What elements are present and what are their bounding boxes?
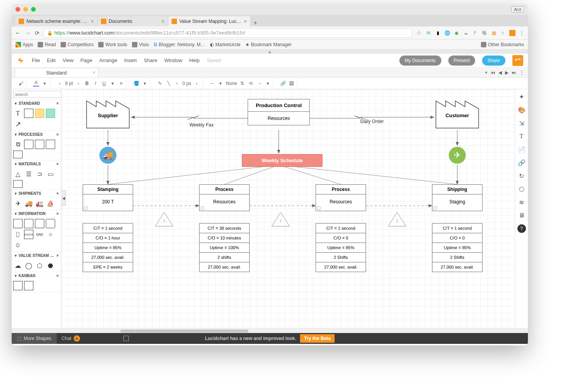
group-header[interactable]: ▼ MATERIALS× xyxy=(12,160,61,168)
process-shipping[interactable]: Shipping Staging xyxy=(432,184,482,211)
more-shapes-button[interactable]: ⬚ More Shapes xyxy=(12,333,57,344)
kaizen-shape-icon[interactable]: ☁ xyxy=(13,261,23,270)
last-page-icon[interactable]: ⏭ xyxy=(512,70,516,75)
border-width-up[interactable]: › xyxy=(194,81,200,86)
bookmark-link[interactable]: ◐Marketcircle xyxy=(210,42,241,47)
plane-shape-icon[interactable]: ✈ xyxy=(13,199,23,208)
pages-menu-icon[interactable]: ⋮ xyxy=(519,70,524,75)
browser-tab[interactable]: Documents × xyxy=(98,16,168,26)
presentation-icon[interactable]: 🖥 xyxy=(517,211,526,220)
bookmark-apps[interactable]: Apps xyxy=(16,42,33,47)
paint-format-icon[interactable]: 🖌 xyxy=(18,81,24,86)
inventory-triangle[interactable]: I xyxy=(387,212,407,227)
line-rotate-icon[interactable]: ⟲ xyxy=(248,81,254,86)
forward-button[interactable]: → xyxy=(25,29,31,36)
bold-button[interactable]: B xyxy=(84,81,90,86)
close-group-icon[interactable]: × xyxy=(56,132,59,137)
close-group-icon[interactable]: × xyxy=(56,101,59,106)
databox-1[interactable]: C/T = 1 second C/O = 1 hour Uptime = 85%… xyxy=(83,223,133,272)
group-header[interactable]: ▼ SHIPMENTS× xyxy=(12,190,61,197)
help-icon[interactable]: ? xyxy=(517,224,526,233)
note-shape-icon[interactable] xyxy=(35,109,44,118)
new-tab-button[interactable]: + xyxy=(251,19,260,26)
file-icon[interactable]: 📄 xyxy=(517,145,526,154)
profile-badge[interactable]: Ася xyxy=(511,6,524,12)
close-group-icon[interactable]: × xyxy=(56,191,59,196)
text-tool-icon[interactable]: T xyxy=(517,132,526,140)
cube-icon[interactable]: ⬡ xyxy=(517,185,526,193)
inventory-shape-icon[interactable]: △ xyxy=(13,169,23,179)
supplier-node[interactable]: Supplier xyxy=(85,95,131,132)
text-color-icon[interactable]: A xyxy=(33,80,39,87)
menu-view[interactable]: View xyxy=(62,57,73,63)
inventory-triangle[interactable]: I xyxy=(271,212,290,227)
info2-shape-icon[interactable] xyxy=(24,219,33,228)
chevron-down-icon[interactable]: ▾ xyxy=(217,81,224,86)
bookmark-folder[interactable]: Competitiors xyxy=(61,42,94,47)
ext-icon[interactable]: ◉ xyxy=(453,30,460,36)
chevron-down-icon[interactable]: ▾ xyxy=(265,81,271,86)
factory-shape-icon[interactable]: ⧉ xyxy=(13,140,23,149)
image-icon[interactable]: 🖼 xyxy=(288,81,295,86)
truck-shipment-icon[interactable]: 🚚 xyxy=(99,147,116,164)
ext-icon[interactable]: ▦ xyxy=(491,30,497,36)
chevron-down-icon[interactable]: ▾ xyxy=(42,81,48,86)
chevron-down-icon[interactable]: ▾ xyxy=(142,81,148,86)
group-header[interactable]: ▼ INFORMATION× xyxy=(12,210,61,217)
menu-share[interactable]: Share xyxy=(144,57,157,63)
border-width-down[interactable]: ‹ xyxy=(174,81,180,86)
ext-icon[interactable]: F xyxy=(472,30,478,36)
production-control-node[interactable]: Production Control Resources xyxy=(248,99,310,125)
process3-shape-icon[interactable] xyxy=(46,140,55,149)
maximize-window-icon[interactable] xyxy=(31,7,36,12)
plane-shipment-icon[interactable]: ✈ xyxy=(449,147,466,164)
border-color-icon[interactable]: ✎ xyxy=(157,81,163,86)
operator-shape-icon[interactable]: ☺ xyxy=(13,241,23,250)
browser-tab-active[interactable]: Value Stream Mapping: Lucidc × xyxy=(168,16,250,26)
history-icon[interactable]: ↻ xyxy=(517,172,526,180)
rectangle-shape-icon[interactable] xyxy=(24,109,33,118)
add-page-icon[interactable]: + xyxy=(485,70,488,75)
bookmark-link[interactable]: GBlogger: Nektony. M… xyxy=(154,42,205,47)
url-input[interactable]: 🔒 https:// www.lucidchart.com /documents… xyxy=(43,28,412,38)
bookmark-folder[interactable]: Read xyxy=(38,42,56,47)
chat-button[interactable]: Chat A xyxy=(57,335,84,342)
safety-shape-icon[interactable] xyxy=(13,180,23,188)
shelf-shape-icon[interactable]: ☰ xyxy=(24,169,33,179)
process-2[interactable]: Process Resources xyxy=(199,184,250,211)
forklift-shape-icon[interactable]: 🚛 xyxy=(35,199,44,208)
ext-icon[interactable]: ☁ xyxy=(463,30,469,36)
close-group-icon[interactable]: × xyxy=(56,212,59,216)
ext-icon[interactable]: 🌐 xyxy=(444,30,450,36)
align-button[interactable]: ≡ xyxy=(118,81,124,86)
text-shape-icon[interactable]: T xyxy=(13,109,23,118)
line-style-stepper[interactable]: ⇅ xyxy=(239,81,245,86)
evernote-icon[interactable]: 🐘 xyxy=(481,30,488,36)
group-header[interactable]: ▼ STANDARD× xyxy=(12,100,61,107)
process-shape-icon[interactable] xyxy=(24,140,33,149)
group-header[interactable]: ▼ VALUE STREAM …× xyxy=(12,252,61,259)
doc-tab-standard[interactable]: Standard × xyxy=(15,68,98,77)
truck-shape-icon[interactable]: 🚚 xyxy=(24,199,33,208)
font-size-up[interactable]: › xyxy=(75,81,82,86)
ext-icon[interactable]: ✉ xyxy=(425,30,432,36)
boat-shape-icon[interactable]: ⛵ xyxy=(46,199,55,208)
ext-icon[interactable]: ▮ xyxy=(435,30,441,36)
share-button[interactable]: Share xyxy=(482,56,505,66)
reload-button[interactable]: ⟳ xyxy=(35,30,40,36)
border-style-icon[interactable]: ╲ xyxy=(165,81,172,86)
menu-file[interactable]: File xyxy=(32,57,40,63)
feedback-icon[interactable]: ❝❞ xyxy=(512,55,523,66)
page-settings-icon[interactable]: ⇲ xyxy=(517,119,526,127)
underline-button[interactable]: U xyxy=(101,81,107,86)
popout-icon[interactable] xyxy=(123,336,129,341)
group-header[interactable]: ▼ KANBAN× xyxy=(12,272,61,279)
octagon-shape-icon[interactable]: ⬣ xyxy=(46,261,55,270)
italic-button[interactable]: I xyxy=(92,81,99,86)
fill-color-icon[interactable]: 🪣 xyxy=(133,81,139,86)
close-group-icon[interactable]: × xyxy=(56,162,59,166)
info3-shape-icon[interactable] xyxy=(35,219,44,228)
supermarket-shape-icon[interactable]: ▭ xyxy=(46,169,55,179)
menu-page[interactable]: Page xyxy=(80,57,92,63)
next-page-icon[interactable]: ▶ xyxy=(505,70,508,75)
